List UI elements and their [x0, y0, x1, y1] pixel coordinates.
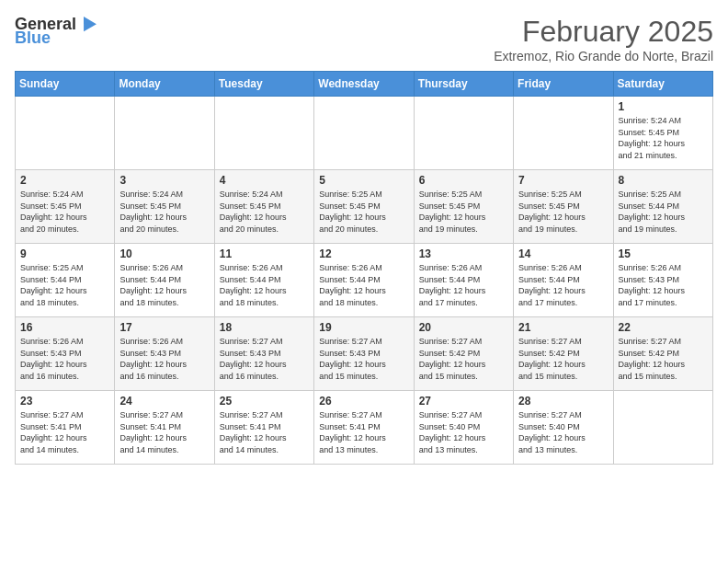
day-number: 27 — [419, 395, 508, 408]
day-number: 1 — [619, 100, 708, 113]
day-number: 3 — [119, 174, 209, 187]
day-info: Sunrise: 5:26 AM Sunset: 5:44 PM Dayligh… — [518, 262, 608, 308]
calendar-cell: 25Sunrise: 5:27 AM Sunset: 5:41 PM Dayli… — [214, 391, 313, 465]
calendar-cell — [414, 97, 513, 170]
day-number: 26 — [319, 395, 408, 408]
calendar-cell: 13Sunrise: 5:26 AM Sunset: 5:44 PM Dayli… — [414, 244, 513, 317]
calendar-cell: 21Sunrise: 5:27 AM Sunset: 5:42 PM Dayli… — [514, 317, 613, 391]
day-info: Sunrise: 5:26 AM Sunset: 5:44 PM Dayligh… — [220, 262, 309, 308]
day-number: 25 — [220, 395, 309, 408]
day-info: Sunrise: 5:27 AM Sunset: 5:43 PM Dayligh… — [220, 336, 309, 382]
calendar-cell: 9Sunrise: 5:25 AM Sunset: 5:44 PM Daylig… — [16, 244, 115, 317]
calendar-cell: 15Sunrise: 5:26 AM Sunset: 5:43 PM Dayli… — [613, 244, 712, 317]
day-info: Sunrise: 5:27 AM Sunset: 5:42 PM Dayligh… — [419, 336, 508, 382]
day-number: 7 — [518, 174, 608, 187]
day-info: Sunrise: 5:26 AM Sunset: 5:44 PM Dayligh… — [319, 262, 408, 308]
day-number: 19 — [319, 321, 408, 334]
day-number: 15 — [619, 247, 708, 260]
weekday-header-sunday: Sunday — [16, 72, 115, 97]
day-number: 18 — [220, 321, 309, 334]
day-info: Sunrise: 5:27 AM Sunset: 5:43 PM Dayligh… — [319, 336, 408, 382]
day-info: Sunrise: 5:26 AM Sunset: 5:43 PM Dayligh… — [619, 262, 708, 308]
calendar-table: SundayMondayTuesdayWednesdayThursdayFrid… — [15, 71, 713, 465]
calendar-week-row: 9Sunrise: 5:25 AM Sunset: 5:44 PM Daylig… — [16, 244, 713, 317]
day-number: 11 — [220, 247, 309, 260]
weekday-header-row: SundayMondayTuesdayWednesdayThursdayFrid… — [16, 72, 713, 97]
calendar-cell: 2Sunrise: 5:24 AM Sunset: 5:45 PM Daylig… — [16, 170, 115, 244]
svg-marker-0 — [78, 14, 97, 31]
calendar-cell — [16, 97, 115, 170]
calendar-cell: 27Sunrise: 5:27 AM Sunset: 5:40 PM Dayli… — [414, 391, 513, 465]
day-info: Sunrise: 5:27 AM Sunset: 5:41 PM Dayligh… — [119, 409, 209, 455]
calendar-cell — [314, 97, 414, 170]
calendar-cell: 7Sunrise: 5:25 AM Sunset: 5:45 PM Daylig… — [514, 170, 613, 244]
day-info: Sunrise: 5:27 AM Sunset: 5:41 PM Dayligh… — [319, 409, 408, 455]
day-info: Sunrise: 5:26 AM Sunset: 5:43 PM Dayligh… — [20, 336, 109, 382]
day-info: Sunrise: 5:27 AM Sunset: 5:41 PM Dayligh… — [220, 409, 309, 455]
day-info: Sunrise: 5:26 AM Sunset: 5:44 PM Dayligh… — [119, 262, 209, 308]
calendar-week-row: 16Sunrise: 5:26 AM Sunset: 5:43 PM Dayli… — [16, 317, 713, 391]
day-number: 6 — [419, 174, 508, 187]
month-title: February 2025 — [494, 15, 713, 49]
calendar-cell — [514, 97, 613, 170]
calendar-cell: 5Sunrise: 5:25 AM Sunset: 5:45 PM Daylig… — [314, 170, 414, 244]
day-info: Sunrise: 5:25 AM Sunset: 5:44 PM Dayligh… — [20, 262, 109, 308]
calendar-cell: 11Sunrise: 5:26 AM Sunset: 5:44 PM Dayli… — [214, 244, 313, 317]
weekday-header-monday: Monday — [115, 72, 214, 97]
calendar-cell: 14Sunrise: 5:26 AM Sunset: 5:44 PM Dayli… — [514, 244, 613, 317]
calendar-cell: 17Sunrise: 5:26 AM Sunset: 5:43 PM Dayli… — [115, 317, 214, 391]
calendar-cell: 3Sunrise: 5:24 AM Sunset: 5:45 PM Daylig… — [115, 170, 214, 244]
day-info: Sunrise: 5:26 AM Sunset: 5:44 PM Dayligh… — [419, 262, 508, 308]
day-info: Sunrise: 5:27 AM Sunset: 5:41 PM Dayligh… — [20, 409, 109, 455]
calendar-cell: 1Sunrise: 5:24 AM Sunset: 5:45 PM Daylig… — [613, 97, 712, 170]
day-number: 22 — [619, 321, 708, 334]
day-info: Sunrise: 5:27 AM Sunset: 5:40 PM Dayligh… — [518, 409, 608, 455]
calendar-cell: 10Sunrise: 5:26 AM Sunset: 5:44 PM Dayli… — [115, 244, 214, 317]
day-number: 10 — [119, 247, 209, 260]
calendar-cell — [214, 97, 313, 170]
calendar-cell: 12Sunrise: 5:26 AM Sunset: 5:44 PM Dayli… — [314, 244, 414, 317]
day-number: 24 — [119, 395, 209, 408]
day-number: 4 — [220, 174, 309, 187]
day-info: Sunrise: 5:27 AM Sunset: 5:42 PM Dayligh… — [619, 336, 708, 382]
day-number: 12 — [319, 247, 408, 260]
day-info: Sunrise: 5:24 AM Sunset: 5:45 PM Dayligh… — [20, 189, 109, 235]
calendar-cell: 19Sunrise: 5:27 AM Sunset: 5:43 PM Dayli… — [314, 317, 414, 391]
weekday-header-tuesday: Tuesday — [214, 72, 313, 97]
day-number: 5 — [319, 174, 408, 187]
day-info: Sunrise: 5:26 AM Sunset: 5:43 PM Dayligh… — [119, 336, 209, 382]
day-number: 2 — [20, 174, 109, 187]
title-area: February 2025 Extremoz, Rio Grande do No… — [494, 15, 713, 63]
day-info: Sunrise: 5:27 AM Sunset: 5:40 PM Dayligh… — [419, 409, 508, 455]
day-number: 28 — [518, 395, 608, 408]
calendar-cell — [115, 97, 214, 170]
day-info: Sunrise: 5:25 AM Sunset: 5:45 PM Dayligh… — [319, 189, 408, 235]
day-info: Sunrise: 5:24 AM Sunset: 5:45 PM Dayligh… — [220, 189, 309, 235]
day-number: 20 — [419, 321, 508, 334]
calendar-cell: 18Sunrise: 5:27 AM Sunset: 5:43 PM Dayli… — [214, 317, 313, 391]
day-info: Sunrise: 5:25 AM Sunset: 5:44 PM Dayligh… — [619, 189, 708, 235]
calendar-cell: 28Sunrise: 5:27 AM Sunset: 5:40 PM Dayli… — [514, 391, 613, 465]
calendar-week-row: 1Sunrise: 5:24 AM Sunset: 5:45 PM Daylig… — [16, 97, 713, 170]
calendar-cell: 16Sunrise: 5:26 AM Sunset: 5:43 PM Dayli… — [16, 317, 115, 391]
day-info: Sunrise: 5:24 AM Sunset: 5:45 PM Dayligh… — [619, 115, 708, 161]
calendar-cell: 6Sunrise: 5:25 AM Sunset: 5:45 PM Daylig… — [414, 170, 513, 244]
calendar-cell: 8Sunrise: 5:25 AM Sunset: 5:44 PM Daylig… — [613, 170, 712, 244]
page-header: General Blue February 2025 Extremoz, Rio… — [15, 15, 713, 63]
weekday-header-friday: Friday — [514, 72, 613, 97]
day-info: Sunrise: 5:27 AM Sunset: 5:42 PM Dayligh… — [518, 336, 608, 382]
day-number: 17 — [119, 321, 209, 334]
day-info: Sunrise: 5:25 AM Sunset: 5:45 PM Dayligh… — [518, 189, 608, 235]
day-number: 21 — [518, 321, 608, 334]
calendar-cell: 26Sunrise: 5:27 AM Sunset: 5:41 PM Dayli… — [314, 391, 414, 465]
logo-blue: Blue — [15, 29, 51, 48]
calendar-cell: 24Sunrise: 5:27 AM Sunset: 5:41 PM Dayli… — [115, 391, 214, 465]
day-number: 23 — [20, 395, 109, 408]
weekday-header-wednesday: Wednesday — [314, 72, 414, 97]
weekday-header-saturday: Saturday — [613, 72, 712, 97]
calendar-week-row: 23Sunrise: 5:27 AM Sunset: 5:41 PM Dayli… — [16, 391, 713, 465]
calendar-cell: 20Sunrise: 5:27 AM Sunset: 5:42 PM Dayli… — [414, 317, 513, 391]
day-number: 8 — [619, 174, 708, 187]
location-title: Extremoz, Rio Grande do Norte, Brazil — [494, 49, 713, 63]
calendar-cell: 23Sunrise: 5:27 AM Sunset: 5:41 PM Dayli… — [16, 391, 115, 465]
